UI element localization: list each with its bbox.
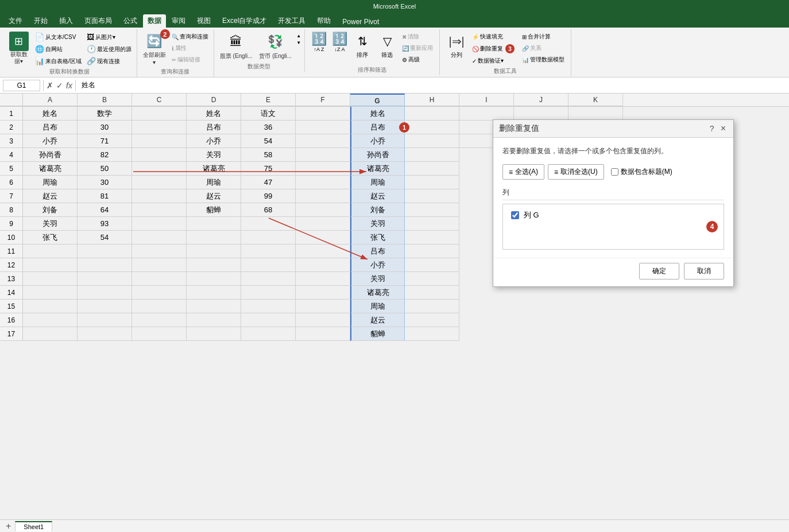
cell-a7[interactable]: 赵云 — [23, 189, 78, 203]
cell-b4[interactable]: 82 — [78, 148, 132, 162]
btn-from-pic[interactable]: 🖼从图片▾ — [85, 32, 133, 42]
tab-home[interactable]: 开始 — [28, 14, 53, 28]
cell-g6[interactable]: 周瑜 — [350, 176, 405, 189]
btn-from-table[interactable]: 📊来自表格/区域 — [33, 56, 83, 67]
cell-e5[interactable]: 75 — [241, 162, 296, 176]
btn-properties[interactable]: ℹ属性 — [170, 43, 210, 53]
cell-b13[interactable] — [78, 272, 132, 286]
btn-reapply[interactable]: 🔄重新应用 — [400, 43, 435, 53]
cell-g13[interactable]: 关羽 — [350, 272, 405, 286]
cell-f4[interactable] — [296, 148, 350, 162]
cell-a15[interactable] — [23, 300, 78, 313]
btn-deselect-all[interactable]: ≡取消全选(U) — [548, 164, 604, 180]
cell-d13[interactable] — [187, 272, 241, 286]
btn-filter[interactable]: ▽ 筛选 — [376, 30, 399, 60]
btn-clear[interactable]: ✖清除 — [400, 32, 435, 42]
cell-e1[interactable]: 语文 — [241, 107, 296, 121]
cell-c1[interactable] — [132, 107, 187, 121]
cell-a12[interactable] — [23, 258, 78, 272]
cell-f16[interactable] — [296, 313, 350, 327]
cell-f10[interactable] — [296, 231, 350, 244]
cell-d7[interactable]: 赵云 — [187, 189, 241, 203]
cell-a14[interactable] — [23, 286, 78, 300]
cell-h9[interactable] — [405, 217, 459, 231]
cell-d6[interactable]: 周瑜 — [187, 176, 241, 189]
cell-c4[interactable] — [132, 148, 187, 162]
cell-a17[interactable] — [23, 327, 78, 341]
cell-b10[interactable]: 54 — [78, 231, 132, 244]
cell-e8[interactable]: 68 — [241, 203, 296, 217]
btn-manage-model[interactable]: 📊管理数据模型 — [520, 55, 566, 65]
cell-d17[interactable] — [187, 327, 241, 341]
cell-f12[interactable] — [296, 258, 350, 272]
cell-g3[interactable]: 小乔 — [350, 134, 405, 148]
dialog-close-button[interactable]: × — [719, 123, 728, 134]
cell-h4[interactable] — [405, 148, 459, 162]
cell-c5[interactable] — [132, 162, 187, 176]
cell-h10[interactable] — [405, 231, 459, 244]
cell-f5[interactable] — [296, 162, 350, 176]
cell-d3[interactable]: 小乔 — [187, 134, 241, 148]
btn-from-web[interactable]: 🌐自网站 — [33, 44, 83, 55]
cell-g1[interactable]: 姓名 — [350, 107, 405, 121]
cell-f7[interactable] — [296, 189, 350, 203]
cell-d9[interactable] — [187, 217, 241, 231]
btn-remove-dup[interactable]: 🚫删除重复 3 — [470, 43, 516, 55]
btn-sort[interactable]: ⇅ 排序 — [351, 30, 374, 60]
cell-e2[interactable]: 36 — [241, 121, 296, 134]
cell-d16[interactable] — [187, 313, 241, 327]
cell-e11[interactable] — [241, 244, 296, 258]
cell-e4[interactable]: 58 — [241, 148, 296, 162]
cell-b11[interactable] — [78, 244, 132, 258]
cell-g11[interactable]: 吕布 — [350, 244, 405, 258]
cell-g7[interactable]: 赵云 — [350, 189, 405, 203]
cell-g2[interactable]: 吕布 1 — [350, 121, 405, 134]
cell-a4[interactable]: 孙尚香 — [23, 148, 78, 162]
cell-a13[interactable] — [23, 272, 78, 286]
cell-k1[interactable] — [568, 107, 623, 121]
cell-d5[interactable]: 诸葛亮 — [187, 162, 241, 176]
cell-b15[interactable] — [78, 300, 132, 313]
btn-advanced[interactable]: ⚙高级 — [400, 55, 435, 65]
cell-g17[interactable]: 貂蝉 — [350, 327, 405, 341]
cell-d15[interactable] — [187, 300, 241, 313]
cell-a10[interactable]: 张飞 — [23, 231, 78, 244]
cell-e7[interactable]: 99 — [241, 189, 296, 203]
btn-relation[interactable]: 🔗关系 — [520, 43, 566, 53]
tab-powerpivot[interactable]: Power Pivot — [337, 16, 385, 28]
cell-g10[interactable]: 张飞 — [350, 231, 405, 244]
cell-a6[interactable]: 周瑜 — [23, 176, 78, 189]
cell-f2[interactable] — [296, 121, 350, 134]
cell-h2[interactable] — [405, 121, 459, 134]
cell-g15[interactable]: 周瑜 — [350, 300, 405, 313]
cell-g8[interactable]: 刘备 — [350, 203, 405, 217]
cell-h13[interactable] — [405, 272, 459, 286]
cell-a8[interactable]: 刘备 — [23, 203, 78, 217]
cell-f6[interactable] — [296, 176, 350, 189]
cell-d1[interactable]: 姓名 — [187, 107, 241, 121]
cell-a11[interactable] — [23, 244, 78, 258]
cell-f14[interactable] — [296, 286, 350, 300]
cell-d2[interactable]: 吕布 — [187, 121, 241, 134]
btn-flash-fill[interactable]: ⚡快速填充 — [470, 32, 516, 42]
btn-split-col[interactable]: |⇒| 分列 — [444, 30, 469, 60]
cell-c9[interactable] — [132, 217, 187, 231]
cell-a5[interactable]: 诸葛亮 — [23, 162, 78, 176]
tab-file[interactable]: 文件 — [3, 14, 28, 28]
tab-help[interactable]: 帮助 — [311, 14, 337, 28]
cell-c15[interactable] — [132, 300, 187, 313]
btn-merge-calc[interactable]: ⊞合并计算 — [520, 32, 566, 42]
cell-c3[interactable] — [132, 134, 187, 148]
cell-g9[interactable]: 关羽 — [350, 217, 405, 231]
cell-e12[interactable] — [241, 258, 296, 272]
tab-developer[interactable]: 开发工具 — [272, 14, 311, 28]
cell-d11[interactable] — [187, 244, 241, 258]
cell-h5[interactable] — [405, 162, 459, 176]
cell-d4[interactable]: 关羽 — [187, 148, 241, 162]
checkbox-header-label[interactable]: 数据包含标题(M) — [611, 167, 672, 177]
cell-d12[interactable] — [187, 258, 241, 272]
cell-f3[interactable] — [296, 134, 350, 148]
cell-f8[interactable] — [296, 203, 350, 217]
cell-e16[interactable] — [241, 313, 296, 327]
dialog-ok-button[interactable]: 确定 — [639, 263, 679, 279]
